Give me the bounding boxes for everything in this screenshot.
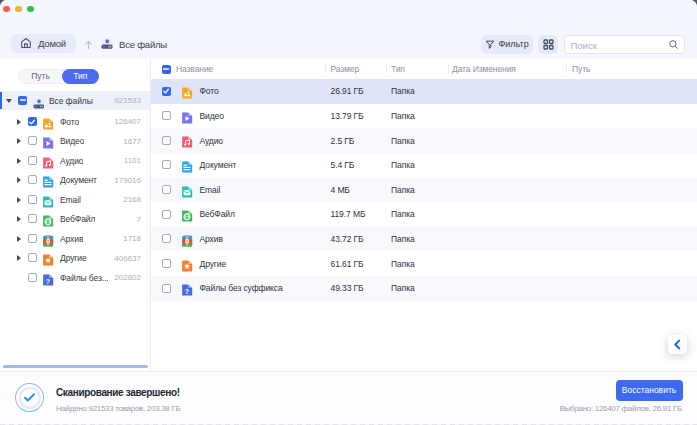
svg-text:?: ? (184, 288, 188, 295)
svg-text:?: ? (46, 277, 50, 284)
